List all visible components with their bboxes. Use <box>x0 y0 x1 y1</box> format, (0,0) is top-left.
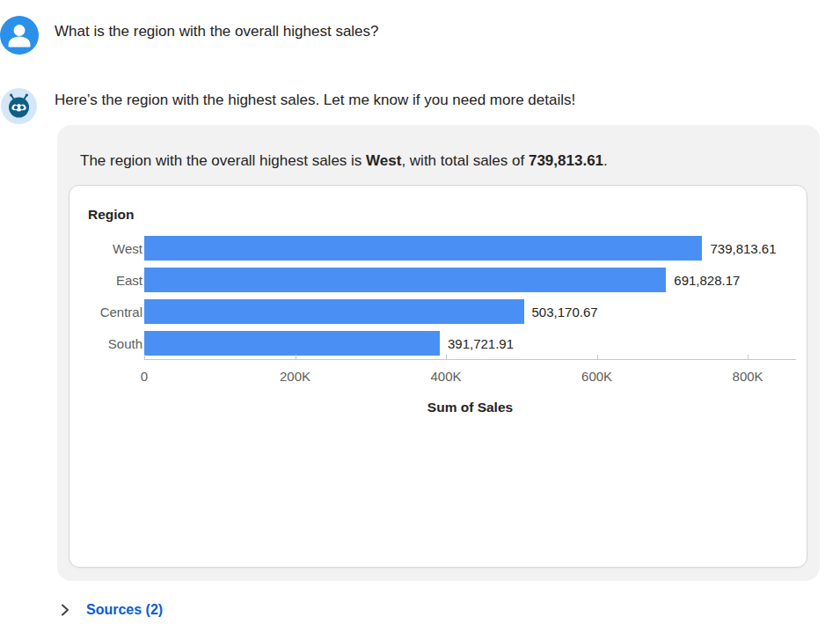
x-axis-title: Sum of Sales <box>144 400 796 415</box>
data-label: 691,828.17 <box>674 273 740 288</box>
category-label: Central <box>88 305 144 320</box>
x-axis-line <box>144 359 796 360</box>
x-axis-tick-labels: 0200K400K600K800K <box>144 369 796 386</box>
x-axis-tick-label: 200K <box>280 369 310 384</box>
sources-link[interactable]: Sources (2) <box>86 602 163 618</box>
bot-avatar <box>1 88 37 124</box>
chart-row: South391,721.91 <box>88 327 796 359</box>
chart-row: West739,813.61 <box>88 232 796 264</box>
x-axis-tick <box>446 355 447 360</box>
answer-prefix: The region with the overall highest sale… <box>80 152 366 169</box>
answer-card: The region with the overall highest sale… <box>57 125 820 581</box>
answer-value: 739,813.61 <box>529 152 603 169</box>
data-label: 503,170.67 <box>532 305 598 320</box>
x-axis-tick-label: 800K <box>733 369 763 384</box>
copilot-chat-pane: What is the region with the overall high… <box>0 0 840 639</box>
bar-track: 503,170.67 <box>144 299 796 324</box>
bar-chart: West739,813.61East691,828.17Central503,1… <box>88 232 796 359</box>
bar-east[interactable] <box>144 268 666 292</box>
data-label: 391,721.91 <box>448 336 514 351</box>
chart-visual-card: Region West739,813.61East691,828.17Centr… <box>69 185 807 568</box>
answer-summary: The region with the overall highest sale… <box>80 151 608 171</box>
x-axis-tick <box>748 355 749 360</box>
bar-central[interactable] <box>144 299 524 324</box>
chart-row: East691,828.17 <box>88 264 796 296</box>
bar-south[interactable] <box>144 331 440 356</box>
data-label: 739,813.61 <box>710 241 776 256</box>
bar-track: 691,828.17 <box>144 268 796 292</box>
x-axis-tick-label: 0 <box>141 369 148 384</box>
chevron-right-icon[interactable] <box>57 602 73 618</box>
answer-suffix: . <box>603 152 608 169</box>
x-axis-tick-label: 400K <box>431 369 462 384</box>
x-axis-tick-label: 600K <box>581 369 612 384</box>
x-axis-tick <box>296 355 296 360</box>
user-avatar <box>0 16 39 55</box>
bar-track: 739,813.61 <box>144 236 796 261</box>
chart-row: Central503,170.67 <box>88 296 796 327</box>
x-axis-tick <box>597 355 598 360</box>
user-message: What is the region with the overall high… <box>55 22 379 41</box>
sources-toggle[interactable]: Sources (2) <box>57 602 163 618</box>
answer-middle: , with total sales of <box>401 152 529 169</box>
category-label: West <box>88 241 144 256</box>
chart-title: Region <box>88 207 135 223</box>
person-icon <box>0 16 39 55</box>
bar-west[interactable] <box>144 236 702 261</box>
answer-region: West <box>366 152 401 169</box>
x-axis-tick <box>144 355 145 360</box>
robot-icon <box>1 88 37 124</box>
category-label: East <box>88 273 144 288</box>
bot-message: Here’s the region with the highest sales… <box>55 91 575 110</box>
category-label: South <box>88 336 144 351</box>
bar-track: 391,721.91 <box>144 331 796 356</box>
